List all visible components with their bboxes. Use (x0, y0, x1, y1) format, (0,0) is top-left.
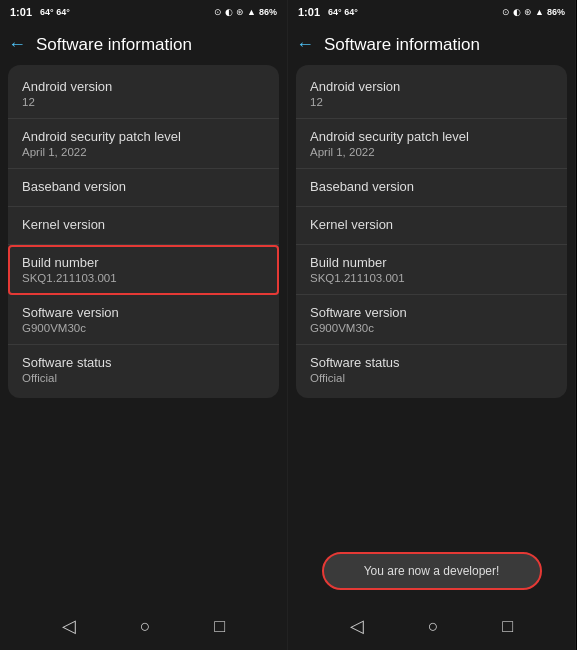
build-number-item-right[interactable]: Build number SKQ1.211103.001 (296, 245, 567, 295)
baseband-item-left: Baseband version (8, 169, 279, 207)
page-title-left: Software information (36, 35, 192, 55)
android-version-item-left: Android version 12 (8, 69, 279, 119)
status-bar-right: 1:01 64° 64° ⊙ ◐ ⊛ ▲ 86% (288, 0, 575, 24)
software-version-value-right: G900VM30c (310, 322, 553, 334)
nav-bar-left: ◁ ○ □ (0, 602, 287, 650)
android-version-label-left: Android version (22, 79, 265, 94)
baseband-label-left: Baseband version (22, 179, 265, 194)
back-nav-left[interactable]: ◁ (62, 615, 76, 637)
back-button-right[interactable]: ← (296, 34, 314, 55)
security-patch-label-right: Android security patch level (310, 129, 553, 144)
android-version-value-right: 12 (310, 96, 553, 108)
home-nav-right[interactable]: ○ (428, 616, 439, 637)
android-version-label-right: Android version (310, 79, 553, 94)
security-patch-label-left: Android security patch level (22, 129, 265, 144)
header-right: ← Software information (288, 24, 575, 65)
build-number-label-right: Build number (310, 255, 553, 270)
back-nav-right[interactable]: ◁ (350, 615, 364, 637)
software-version-item-left: Software version G900VM30c (8, 295, 279, 345)
content-right: Android version 12 Android security patc… (288, 65, 575, 602)
recent-nav-left[interactable]: □ (214, 616, 225, 637)
header-left: ← Software information (0, 24, 287, 65)
android-version-item-right: Android version 12 (296, 69, 567, 119)
status-bar-left: 1:01 64° 64° ⊙ ◐ ⊛ ▲ 86% (0, 0, 287, 24)
build-number-value-right: SKQ1.211103.001 (310, 272, 553, 284)
software-status-label-right: Software status (310, 355, 553, 370)
right-panel: 1:01 64° 64° ⊙ ◐ ⊛ ▲ 86% ← Software info… (288, 0, 576, 650)
info-card-left: Android version 12 Android security patc… (8, 65, 279, 398)
page-title-right: Software information (324, 35, 480, 55)
software-version-value-left: G900VM30c (22, 322, 265, 334)
build-number-value-left: SKQ1.211103.001 (22, 272, 265, 284)
status-time-left: 1:01 64° 64° (10, 6, 70, 18)
home-nav-left[interactable]: ○ (140, 616, 151, 637)
software-status-label-left: Software status (22, 355, 265, 370)
software-status-value-right: Official (310, 372, 553, 384)
build-number-label-left: Build number (22, 255, 265, 270)
security-patch-item-right: Android security patch level April 1, 20… (296, 119, 567, 169)
kernel-label-left: Kernel version (22, 217, 265, 232)
software-version-item-right: Software version G900VM30c (296, 295, 567, 345)
kernel-item-left: Kernel version (8, 207, 279, 245)
toast-container: You are now a developer! (322, 552, 542, 590)
status-icons-right: ⊙ ◐ ⊛ ▲ 86% (502, 7, 565, 17)
kernel-item-right: Kernel version (296, 207, 567, 245)
security-patch-value-right: April 1, 2022 (310, 146, 553, 158)
baseband-item-right: Baseband version (296, 169, 567, 207)
recent-nav-right[interactable]: □ (502, 616, 513, 637)
build-number-item-left[interactable]: Build number SKQ1.211103.001 (8, 245, 279, 295)
left-panel: 1:01 64° 64° ⊙ ◐ ⊛ ▲ 86% ← Software info… (0, 0, 288, 650)
software-version-label-left: Software version (22, 305, 265, 320)
developer-toast: You are now a developer! (322, 552, 542, 590)
android-version-value-left: 12 (22, 96, 265, 108)
status-time-right: 1:01 64° 64° (298, 6, 358, 18)
baseband-label-right: Baseband version (310, 179, 553, 194)
kernel-label-right: Kernel version (310, 217, 553, 232)
content-left: Android version 12 Android security patc… (0, 65, 287, 602)
software-status-item-left: Software status Official (8, 345, 279, 394)
info-card-right: Android version 12 Android security patc… (296, 65, 567, 398)
security-patch-value-left: April 1, 2022 (22, 146, 265, 158)
security-patch-item-left: Android security patch level April 1, 20… (8, 119, 279, 169)
back-button-left[interactable]: ← (8, 34, 26, 55)
nav-bar-right: ◁ ○ □ (288, 602, 575, 650)
software-version-label-right: Software version (310, 305, 553, 320)
software-status-item-right: Software status Official (296, 345, 567, 394)
status-icons-left: ⊙ ◐ ⊛ ▲ 86% (214, 7, 277, 17)
software-status-value-left: Official (22, 372, 265, 384)
